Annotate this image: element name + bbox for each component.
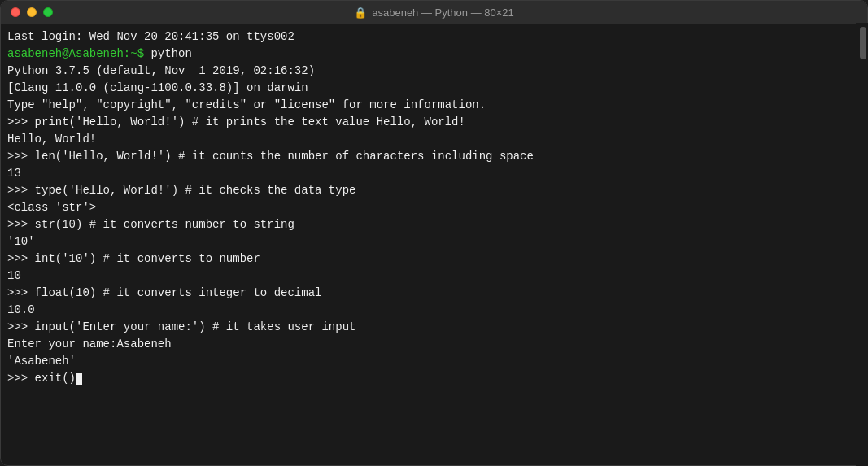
close-button[interactable]	[11, 7, 20, 17]
line-4: [Clang 11.0.0 (clang-1100.0.33.8)] on da…	[7, 80, 851, 97]
line-10: >>> type('Hello, World!') # it checks th…	[7, 182, 851, 199]
line-9: 13	[7, 165, 851, 182]
traffic-lights	[11, 7, 53, 17]
prompt-user: asabeneh@Asabeneh:~$	[7, 47, 144, 60]
line-17: 10.0	[7, 302, 851, 319]
line-19: Enter your name:Asabeneh	[7, 336, 851, 353]
terminal-body[interactable]: Last login: Wed Nov 20 20:41:35 on ttys0…	[1, 24, 867, 465]
maximize-button[interactable]	[43, 7, 53, 17]
line-8: >>> len('Hello, World!') # it counts the…	[7, 148, 851, 165]
line-6: >>> print('Hello, World!') # it prints t…	[7, 114, 851, 131]
line-11: <class 'str'>	[7, 199, 851, 216]
command-python: python	[144, 47, 192, 60]
line-14: >>> int('10') # it converts to number	[7, 250, 851, 268]
cursor	[76, 373, 82, 385]
scrollbar[interactable]	[856, 23, 868, 466]
line-15: 10	[7, 268, 851, 285]
titlebar: 🔒 asabeneh — Python — 80×21	[1, 1, 867, 24]
minimize-button[interactable]	[27, 7, 37, 17]
terminal-window: 🔒 asabeneh — Python — 80×21 Last login: …	[0, 0, 868, 466]
line-20: 'Asabeneh'	[7, 353, 851, 370]
line-5: Type "help", "copyright", "credits" or "…	[7, 97, 851, 114]
line-1: Last login: Wed Nov 20 20:41:35 on ttys0…	[7, 28, 851, 46]
scrollbar-thumb[interactable]	[860, 27, 866, 59]
line-3: Python 3.7.5 (default, Nov 1 2019, 02:16…	[7, 63, 851, 80]
lock-icon: 🔒	[354, 7, 367, 19]
line-13: '10'	[7, 233, 851, 250]
line-7: Hello, World!	[7, 131, 851, 148]
line-12: >>> str(10) # it converts number to stri…	[7, 216, 851, 233]
line-21: >>> exit()	[7, 370, 851, 387]
window-title: 🔒 asabeneh — Python — 80×21	[354, 7, 514, 19]
line-16: >>> float(10) # it converts integer to d…	[7, 285, 851, 302]
line-18: >>> input('Enter your name:') # it takes…	[7, 319, 851, 336]
line-2: asabeneh@Asabeneh:~$ python	[7, 46, 851, 63]
